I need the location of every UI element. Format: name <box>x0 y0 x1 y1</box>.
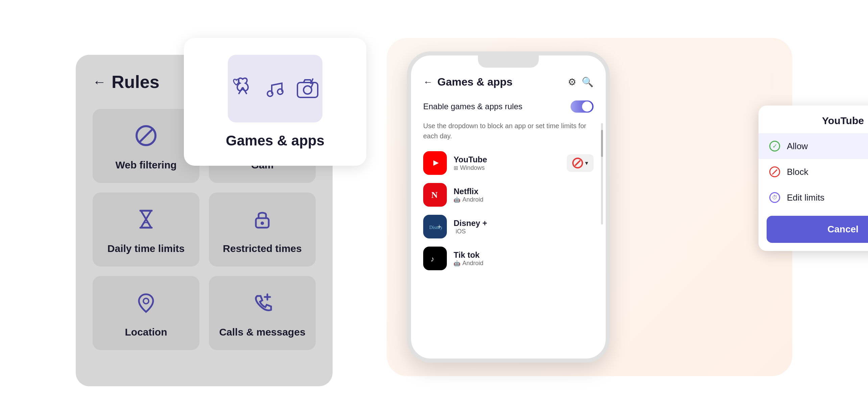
lock-icon <box>250 207 274 236</box>
edit-limits-label: Edit limits <box>787 192 824 203</box>
phone-screen-content: ← Games & apps ⚙ 🔍 Enable games & apps r… <box>411 55 606 359</box>
rule-label-location: Location <box>125 326 167 338</box>
tiktok-name: Tik tok <box>454 250 594 260</box>
games-apps-popup: Games & apps <box>184 38 366 166</box>
toggle-knob <box>582 101 592 112</box>
android-icon: 🤖 <box>454 197 460 203</box>
block-icon <box>572 158 583 168</box>
dropdown-option-allow[interactable]: ✓ Allow <box>758 133 868 159</box>
rule-item-restricted-times[interactable]: Restricted times <box>209 192 316 267</box>
svg-rect-23 <box>428 251 442 266</box>
settings-icon[interactable]: ⚙ <box>568 76 576 88</box>
rule-label-restricted-times: Restricted times <box>223 243 302 254</box>
svg-text:N: N <box>431 190 438 200</box>
scrollbar-thumb <box>601 130 603 157</box>
phone-header-left: ← Games & apps <box>423 76 512 88</box>
phone-bg: ← Games & apps ⚙ 🔍 Enable games & apps r… <box>387 38 792 376</box>
youtube-info: YouTube ⊞ Windows <box>454 155 560 171</box>
cancel-button[interactable]: Cancel <box>767 216 868 243</box>
allow-label: Allow <box>787 141 808 152</box>
location-pin-icon <box>134 291 158 320</box>
app-row-youtube: YouTube ⊞ Windows ▾ <box>423 151 594 175</box>
svg-point-8 <box>261 222 264 225</box>
svg-point-15 <box>304 86 312 94</box>
allow-check-icon: ✓ <box>769 141 780 152</box>
scrollbar[interactable] <box>601 123 603 225</box>
disney-info: Disney + iOS <box>454 218 594 235</box>
svg-text:+: + <box>437 223 441 230</box>
app-row-disney: Disney + Disney + iOS <box>423 215 594 238</box>
app-row-tiktok: ♪ Tik tok 🤖 Android <box>423 247 594 270</box>
games-apps-popup-icon-bg <box>228 55 322 122</box>
netflix-name: Netflix <box>454 187 594 196</box>
rule-label-calls-messages: Calls & messages <box>219 326 305 338</box>
toggle-label: Enable games & apps rules <box>423 102 523 111</box>
windows-icon: ⊞ <box>454 165 458 171</box>
phone-mockup: ← Games & apps ⚙ 🔍 Enable games & apps r… <box>407 51 610 363</box>
toggle-row: Enable games & apps rules <box>423 100 594 113</box>
right-section: ← Games & apps ⚙ 🔍 Enable games & apps r… <box>387 28 792 386</box>
android-icon-2: 🤖 <box>454 260 460 267</box>
svg-rect-14 <box>297 83 318 97</box>
games-apps-popup-title: Games & apps <box>226 133 324 149</box>
dropdown-popup: YouTube ✓ Allow Block ⏱ Edit limits C <box>758 106 868 251</box>
rule-item-calls-messages[interactable]: Calls & messages <box>209 276 316 350</box>
block-circle-icon <box>134 124 158 153</box>
app-row-netflix: N Netflix 🤖 Android <box>423 183 594 207</box>
phone-plus-icon <box>250 291 274 320</box>
left-section: ← Rules Web filtering <box>76 28 366 386</box>
phone-screen-title: Games & apps <box>437 76 512 88</box>
dropdown-title: YouTube <box>758 106 868 133</box>
rule-item-web-filtering[interactable]: Web filtering <box>93 109 199 183</box>
page-background: ← Rules Web filtering <box>0 0 868 414</box>
youtube-name: YouTube <box>454 155 560 164</box>
netflix-platform: 🤖 Android <box>454 196 594 203</box>
games-apps-popup-icons <box>229 75 321 102</box>
search-icon[interactable]: 🔍 <box>582 76 594 88</box>
disney-platform: iOS <box>454 228 594 235</box>
toggle-switch[interactable] <box>571 100 594 113</box>
edit-limits-icon: ⏱ <box>769 192 780 203</box>
rule-label-web-filtering: Web filtering <box>115 159 176 171</box>
phone-screen-header: ← Games & apps ⚙ 🔍 <box>423 76 594 88</box>
back-button[interactable]: ← <box>93 74 106 90</box>
svg-line-1 <box>139 129 153 142</box>
block-option-icon <box>769 166 780 177</box>
phone-description: Use the dropdown to block an app or set … <box>423 121 594 141</box>
youtube-icon <box>423 151 447 175</box>
hourglass-icon <box>134 207 158 236</box>
netflix-icon: N <box>423 183 447 207</box>
youtube-platform: ⊞ Windows <box>454 164 560 171</box>
rule-item-daily-time-limits[interactable]: Daily time limits <box>93 192 199 267</box>
chevron-down-icon: ▾ <box>585 159 588 167</box>
rule-item-location[interactable]: Location <box>93 276 199 350</box>
tiktok-icon: ♪ <box>423 247 447 270</box>
app-list: YouTube ⊞ Windows ▾ <box>423 151 594 270</box>
tiktok-info: Tik tok 🤖 Android <box>454 250 594 267</box>
rules-title: Rules <box>112 72 160 92</box>
svg-point-9 <box>143 298 149 304</box>
phone-back-button[interactable]: ← <box>423 77 433 88</box>
youtube-control[interactable]: ▾ <box>567 154 594 172</box>
disney-name: Disney + <box>454 218 594 228</box>
netflix-info: Netflix 🤖 Android <box>454 187 594 203</box>
disney-icon: Disney + <box>423 215 447 238</box>
phone-notch <box>478 55 539 68</box>
phone-header-icons: ⚙ 🔍 <box>568 76 594 88</box>
dropdown-option-block[interactable]: Block <box>758 159 868 185</box>
tiktok-platform: 🤖 Android <box>454 260 594 267</box>
dropdown-option-edit-limits[interactable]: ⏱ Edit limits <box>758 185 868 210</box>
svg-text:♪: ♪ <box>431 255 434 263</box>
rule-label-daily-time-limits: Daily time limits <box>107 243 185 254</box>
block-label: Block <box>787 167 809 177</box>
